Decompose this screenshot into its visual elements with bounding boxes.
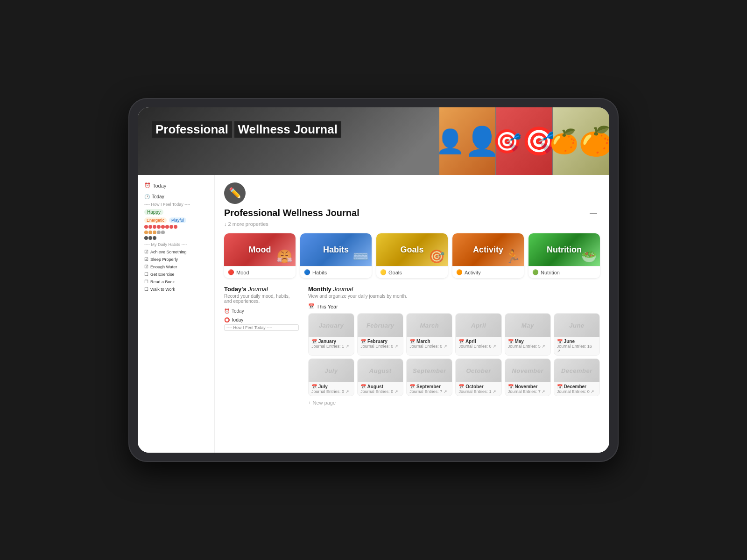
month-card-nov[interactable]: November 📅 November Journal Entries: 7 ↗ [505, 358, 551, 396]
card-image-nutrition: Nutrition 🥗 [529, 233, 600, 266]
month-card-dec[interactable]: December 📅 December Journal Entries: 0 ↗ [554, 358, 600, 396]
month-header-aug: August [358, 359, 403, 382]
card-label-nutrition: Nutrition [547, 245, 582, 255]
month-body-aug: 📅 August Journal Entries: 0 ↗ [358, 382, 403, 396]
sidebar-item-today[interactable]: 🕐 Today [141, 193, 211, 200]
nutrition-footer-text: Nutrition [541, 270, 560, 275]
card-footer-activity: 🟠 Activity [452, 266, 524, 278]
month-entries-apr: Journal Entries: 0 ↗ [458, 344, 498, 349]
month-header-nov: November [505, 359, 550, 382]
month-entries-jan: Journal Entries: 1 ↗ [311, 344, 351, 349]
page-title: Professional Wellness Journal [224, 208, 359, 218]
goals-footer-text: Goals [388, 270, 402, 275]
month-entries-sep: Journal Entries: 7 ↗ [409, 389, 449, 394]
category-card-activity[interactable]: Activity 🏃 🟠 Activity [452, 233, 524, 278]
month-header-jan: January [309, 314, 354, 337]
sidebar-habit-book[interactable]: ☐ Read a Book [141, 278, 211, 285]
month-header-may: May [505, 314, 550, 337]
sidebar-item-today-text: Today [152, 194, 164, 199]
month-entries-jul: Journal Entries: 0 ↗ [311, 389, 351, 394]
check-icon: ☑ [144, 249, 148, 254]
nutrition-emoji: 🥗 [581, 249, 597, 264]
new-page-button[interactable]: + New page [308, 398, 600, 407]
category-card-goals[interactable]: Goals 🎯 🟡 Goals [376, 233, 448, 278]
habit-sleep-text: Sleep Properly [150, 257, 178, 262]
mood-dot-icon: 🔴 [228, 269, 234, 275]
card-image-mood: Mood 😤 [224, 233, 296, 266]
month-card-aug[interactable]: August 📅 August Journal Entries: 0 ↗ [357, 358, 403, 396]
month-card-feb[interactable]: February 📅 February Journal Entries: 0 ↗ [357, 313, 403, 356]
activity-footer-text: Activity [465, 270, 481, 275]
category-card-nutrition[interactable]: Nutrition 🥗 🟢 Nutrition [529, 233, 600, 278]
category-card-habits[interactable]: Habits ⌨️ 🔵 Habits [300, 233, 372, 278]
mood-dots-3 [141, 235, 211, 241]
check-icon: ☑ [144, 257, 148, 262]
month-name-dec: 📅 December [557, 384, 597, 389]
month-filter[interactable]: 📅 This Year [308, 303, 600, 309]
mood-footer-text: Mood [236, 270, 249, 275]
mood-dots-2 [141, 230, 211, 235]
sidebar-habit-water[interactable]: ☑ Enough Water [141, 263, 211, 270]
collapse-button[interactable]: — [587, 208, 600, 218]
month-name-nov: 📅 November [508, 384, 548, 389]
banner-images: 👤 🎯 🍊 [439, 107, 609, 175]
today-filter[interactable]: ⏰ Today [224, 308, 299, 314]
sidebar-today-btn[interactable]: ⏰ Today [141, 181, 211, 190]
card-label-activity: Activity [473, 245, 503, 255]
habit-exercise-text: Get Exercise [150, 272, 175, 277]
sidebar-habit-achieve[interactable]: ☑ Achieve Something [141, 248, 211, 255]
month-card-jul[interactable]: July 📅 July Journal Entries: 0 ↗ [308, 358, 354, 396]
month-name-feb: 📅 February [360, 339, 400, 344]
sidebar: ⏰ Today 🕐 Today ---- How I Feel Today --… [138, 175, 215, 453]
sidebar-habit-sleep[interactable]: ☑ Sleep Properly [141, 256, 211, 263]
banner-img-target: 🎯 [496, 107, 552, 175]
dot [174, 225, 177, 229]
today-journal-title: Today's Journal [224, 286, 299, 293]
card-footer-mood: 🔴 Mood [224, 266, 296, 278]
category-cards-row: Mood 😤 🔴 Mood Habits ⌨️ [224, 233, 600, 278]
month-header-jul: July [309, 359, 354, 382]
clock-small-icon: ⏰ [224, 308, 230, 314]
dot [161, 225, 165, 229]
today-filter-label: Today [232, 308, 244, 314]
sidebar-habit-exercise[interactable]: ☐ Get Exercise [141, 271, 211, 278]
month-header-jun: June [554, 314, 599, 337]
month-card-apr[interactable]: April 📅 April Journal Entries: 0 ↗ [455, 313, 501, 356]
sidebar-habit-walk[interactable]: ☐ Walk to Work [141, 286, 211, 293]
habit-walk-text: Walk to Work [150, 287, 175, 292]
month-header-sep: September [407, 359, 452, 382]
month-card-jun[interactable]: June 📅 June Journal Entries: 16 ↗ [554, 313, 600, 356]
month-card-may[interactable]: May 📅 May Journal Entries: 5 ↗ [505, 313, 551, 356]
calendar-icon: 📅 [308, 303, 315, 309]
monthly-journal-desc: View and organize your daily journals by… [308, 294, 600, 299]
month-entries-aug: Journal Entries: 0 ↗ [360, 389, 400, 394]
uncheck-icon: ☐ [144, 287, 148, 292]
habits-dot-icon: 🔵 [304, 269, 310, 275]
card-label-goals: Goals [400, 245, 423, 255]
more-properties[interactable]: ↓ 2 more properties [224, 221, 600, 227]
category-card-mood[interactable]: Mood 😤 🔴 Mood [224, 233, 296, 278]
tag-energetic[interactable]: Energetic [144, 217, 167, 223]
tablet-screen: Professional Wellness Journal 👤 🎯 🍊 ⏰ To… [138, 107, 609, 453]
today-how-i-feel-label: ---- How I Feel Today ---- [224, 324, 299, 331]
month-body-sep: 📅 September Journal Entries: 7 ↗ [407, 382, 452, 396]
sidebar-today-label: Today [153, 183, 166, 189]
month-body-oct: 📅 October Journal Entries: 1 ↗ [456, 382, 501, 396]
month-name-jan: 📅 January [311, 339, 351, 344]
dot [148, 236, 152, 240]
monthly-journal-section: Monthly Journal View and organize your d… [308, 286, 600, 407]
banner-header: Professional Wellness Journal 👤 🎯 🍊 [138, 107, 609, 175]
month-card-oct[interactable]: October 📅 October Journal Entries: 1 ↗ [455, 358, 501, 396]
monthly-journal-title: Monthly Journal [308, 286, 600, 293]
month-entries-may: Journal Entries: 5 ↗ [508, 344, 548, 349]
tag-playful[interactable]: Playful [169, 217, 186, 223]
month-body-apr: 📅 April Journal Entries: 0 ↗ [456, 337, 501, 350]
month-card-sep[interactable]: September 📅 September Journal Entries: 7… [406, 358, 452, 396]
month-card-jan[interactable]: January 📅 January Journal Entries: 1 ↗ [308, 313, 354, 356]
month-entries-jun: Journal Entries: 16 ↗ [557, 344, 597, 353]
dot [157, 225, 161, 229]
habits-emoji: ⌨️ [352, 249, 369, 264]
habit-achieve-text: Achieve Something [150, 250, 187, 254]
sidebar-tag-happy[interactable]: Happy [141, 208, 211, 216]
month-card-mar[interactable]: March 📅 March Journal Entries: 0 ↗ [406, 313, 452, 356]
